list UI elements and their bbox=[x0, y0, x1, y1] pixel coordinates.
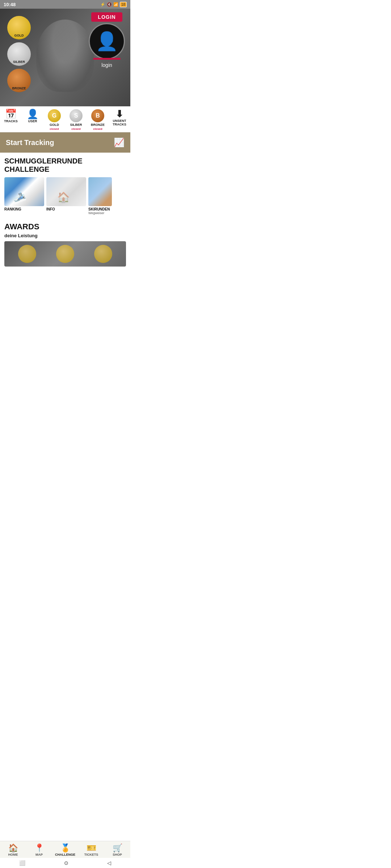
nav-silber-label: SILBER bbox=[70, 123, 82, 127]
award-gold-2 bbox=[56, 245, 74, 263]
nav-tracks-label: TRACKS bbox=[4, 119, 18, 123]
silver-medal-hero: SILBER bbox=[7, 42, 31, 66]
challenge-title: SCHMUGGLERRUNDE CHALLENGE bbox=[4, 157, 126, 174]
wifi-icon: 📶 bbox=[113, 2, 118, 7]
awards-section: AWARDS deine Leistung bbox=[0, 218, 130, 269]
medal-stack: GOLD SILBER BRONZE bbox=[7, 16, 31, 92]
nav-gold[interactable]: G GOLD closed bbox=[43, 109, 65, 131]
gold-circle-icon: G bbox=[48, 109, 61, 122]
ranking-image bbox=[4, 177, 44, 206]
hut-image bbox=[46, 177, 86, 206]
login-button[interactable]: LOGIN bbox=[91, 12, 122, 22]
awards-subtitle: deine Leistung bbox=[4, 233, 126, 238]
login-area: LOGIN 👤 login bbox=[89, 12, 125, 68]
start-tracking-bar[interactable]: Start Tracking 📈 bbox=[0, 132, 130, 153]
mute-icon: 🔇 bbox=[107, 2, 112, 7]
nav-icons-row: 📅 TRACKS 👤 USER G GOLD closed S SILBER c… bbox=[0, 106, 130, 132]
bronze-circle-icon: B bbox=[91, 109, 104, 122]
partial-image bbox=[88, 177, 112, 206]
bronze-medal-hero: BRONZE bbox=[7, 69, 31, 92]
time-display: 10:48 bbox=[4, 2, 16, 7]
start-tracking-text: Start Tracking bbox=[6, 139, 54, 147]
skirunden-image bbox=[88, 177, 112, 206]
silver-circle-icon: S bbox=[70, 109, 83, 122]
battery-icon: 18 bbox=[120, 2, 127, 7]
gold-closed-label: closed bbox=[50, 127, 59, 131]
status-bar: 10:48 ⚡ 🔇 📶 18 bbox=[0, 0, 130, 9]
bronze-closed-label: closed bbox=[93, 127, 102, 131]
hero-person-image bbox=[36, 20, 94, 92]
gold-medal-hero: GOLD bbox=[7, 16, 31, 39]
award-gold-3 bbox=[94, 245, 112, 263]
card-skirunden[interactable]: SKIRUNDEN Wegweiser bbox=[88, 177, 112, 215]
nav-unsent-tracks[interactable]: ⬇ UNSENTTRACKS bbox=[109, 109, 130, 131]
calendar-icon: 📅 bbox=[5, 109, 17, 119]
info-label: INFO bbox=[46, 207, 86, 211]
hero-section: GOLD SILBER BRONZE LOGIN 👤 login bbox=[0, 9, 130, 106]
award-gold-1 bbox=[18, 245, 36, 263]
user-icon: 👤 bbox=[27, 109, 38, 119]
tracking-chart-icon: 📈 bbox=[114, 137, 125, 148]
nav-unsent-label: UNSENTTRACKS bbox=[113, 119, 126, 127]
skier-image bbox=[4, 177, 44, 206]
nav-bronze-label: BRONZE bbox=[91, 123, 105, 127]
info-image bbox=[46, 177, 86, 206]
awards-title: AWARDS bbox=[4, 222, 126, 231]
image-cards-row: RANKING INFO SKIRUNDEN Wegweiser bbox=[4, 177, 126, 215]
skirunden-sublabel: Wegweiser bbox=[88, 211, 112, 215]
silber-closed-label: closed bbox=[71, 127, 80, 131]
challenge-section: SCHMUGGLERRUNDE CHALLENGE RANKING INFO bbox=[0, 153, 130, 218]
bluetooth-icon: ⚡ bbox=[100, 2, 105, 7]
nav-user-label: USER bbox=[28, 119, 37, 123]
download-icon: ⬇ bbox=[115, 109, 123, 119]
card-info[interactable]: INFO bbox=[46, 177, 86, 215]
ranking-label: RANKING bbox=[4, 207, 44, 211]
nav-gold-label: GOLD bbox=[50, 123, 59, 127]
card-ranking[interactable]: RANKING bbox=[4, 177, 44, 215]
avatar-circle[interactable]: 👤 bbox=[89, 23, 125, 59]
awards-strip bbox=[4, 241, 126, 267]
nav-tracks[interactable]: 📅 TRACKS bbox=[0, 109, 22, 131]
nav-bronze[interactable]: B BRONZE closed bbox=[87, 109, 109, 131]
nav-user[interactable]: 👤 USER bbox=[22, 109, 43, 131]
login-label[interactable]: login bbox=[101, 62, 112, 68]
nav-silber[interactable]: S SILBER closed bbox=[65, 109, 87, 131]
skirunden-label: SKIRUNDEN bbox=[88, 207, 112, 211]
status-icons: ⚡ 🔇 📶 18 bbox=[100, 2, 127, 7]
avatar-icon: 👤 bbox=[96, 31, 118, 52]
